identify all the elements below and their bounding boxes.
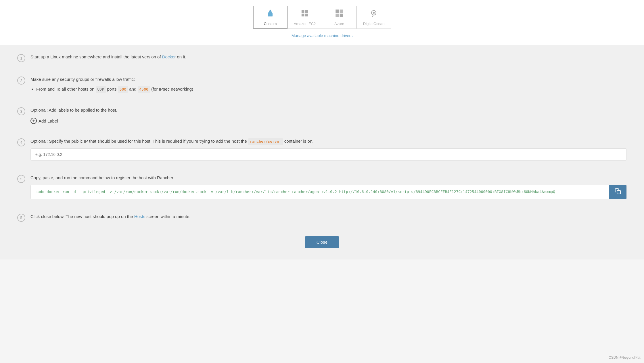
tab-digitalocean[interactable]: DigitalOcean: [356, 6, 391, 29]
step-4-text-before: Optional: Specify the public IP that sho…: [30, 139, 248, 144]
svg-rect-13: [372, 15, 374, 15]
rancher-server-badge: rancher/server: [248, 138, 283, 145]
step-2: 2 Make sure any security groups or firew…: [17, 76, 627, 99]
step-5-text: Copy, paste, and run the command below t…: [30, 174, 627, 181]
command-text: sudo docker run -d --privileged -v /var/…: [31, 185, 609, 199]
step-2-and-text: and: [128, 87, 137, 91]
ip-input[interactable]: [30, 148, 627, 161]
udp-badge: UDP: [96, 86, 106, 93]
step-5b-content: Click close below. The new host should p…: [30, 213, 627, 220]
svg-rect-7: [336, 9, 339, 13]
tab-amazon-ec2-label: Amazon EC2: [294, 22, 316, 26]
top-section: Custom Amazon EC2: [0, 0, 644, 45]
main-content: 1 Start up a Linux machine somewhere and…: [0, 45, 644, 259]
step-5-content: Copy, paste, and run the command below t…: [30, 174, 627, 199]
port1-badge: 500: [118, 86, 128, 93]
svg-rect-15: [617, 190, 620, 194]
step-3-number: 3: [17, 107, 25, 115]
docker-link[interactable]: Docker: [162, 54, 176, 59]
close-btn-container: Close: [17, 236, 627, 248]
svg-rect-5: [302, 14, 304, 17]
tab-amazon-ec2[interactable]: Amazon EC2: [288, 6, 322, 29]
digitalocean-icon: [369, 9, 378, 20]
step-3-content: Optional: Add labels to be applied to th…: [30, 107, 627, 124]
step-5: 5 Copy, paste, and run the command below…: [17, 174, 627, 205]
step-1-text-after: on it.: [176, 54, 186, 59]
step-2-sub-item: From and To all other hosts on UDP ports…: [36, 85, 627, 93]
add-label-label: Add Label: [39, 119, 58, 123]
svg-rect-9: [336, 14, 339, 17]
copy-icon: [615, 188, 621, 196]
close-button[interactable]: Close: [305, 236, 339, 248]
svg-rect-4: [305, 10, 308, 13]
svg-point-12: [373, 12, 375, 14]
svg-rect-8: [340, 9, 343, 13]
step-2-ports-text: ports: [106, 87, 118, 91]
step-4: 4 Optional: Specify the public IP that s…: [17, 138, 627, 166]
step-1-number: 1: [17, 54, 25, 62]
tab-azure-label: Azure: [334, 22, 344, 26]
svg-rect-10: [340, 14, 343, 17]
step-5b-number: 5: [17, 214, 25, 222]
step-2-sub-list: From and To all other hosts on UDP ports…: [30, 85, 627, 93]
add-label-button[interactable]: + Add Label: [30, 118, 58, 124]
hosts-link[interactable]: Hosts: [134, 214, 145, 219]
step-1: 1 Start up a Linux machine somewhere and…: [17, 54, 627, 68]
step-5b-text-before: Click close below. The new host should p…: [30, 214, 134, 219]
copy-button[interactable]: [609, 185, 626, 199]
step-5b: 5 Click close below. The new host should…: [17, 213, 627, 228]
manage-drivers-link[interactable]: Manage available machine drivers: [292, 33, 352, 38]
step-1-text-before: Start up a Linux machine somewhere and i…: [30, 54, 162, 59]
step-2-ipsec-text: (for IPsec networking): [150, 87, 193, 91]
port2-badge: 4500: [138, 86, 150, 93]
step-3: 3 Optional: Add labels to be applied to …: [17, 107, 627, 130]
step-2-text: Make sure any security groups or firewal…: [30, 76, 627, 83]
tab-custom[interactable]: Custom: [253, 6, 288, 29]
step-4-content: Optional: Specify the public IP that sho…: [30, 138, 627, 161]
svg-rect-0: [268, 13, 273, 16]
svg-rect-3: [302, 10, 304, 13]
azure-icon: [335, 9, 344, 20]
step-2-sub-text-before: From and To all other hosts on: [36, 87, 96, 91]
tab-custom-label: Custom: [264, 22, 277, 26]
custom-icon: [266, 9, 275, 20]
tab-azure[interactable]: Azure: [322, 6, 356, 29]
step-1-content: Start up a Linux machine somewhere and i…: [30, 54, 627, 60]
command-box: sudo docker run -d --privileged -v /var/…: [30, 185, 627, 199]
svg-rect-2: [269, 10, 271, 11]
step-2-content: Make sure any security groups or firewal…: [30, 76, 627, 93]
step-5-number: 5: [17, 175, 25, 183]
driver-tabs: Custom Amazon EC2: [253, 6, 391, 29]
step-5b-text-after: screen within a minute.: [145, 214, 191, 219]
step-3-text: Optional: Add labels to be applied to th…: [30, 107, 627, 114]
tab-digitalocean-label: DigitalOcean: [363, 22, 384, 26]
amazon-ec2-icon: [300, 9, 309, 20]
step-2-number: 2: [17, 77, 25, 85]
step-4-text-after: container is on.: [283, 139, 314, 144]
step-4-number: 4: [17, 138, 25, 146]
plus-icon: +: [30, 118, 37, 124]
svg-rect-14: [372, 16, 373, 17]
svg-rect-6: [305, 14, 308, 17]
